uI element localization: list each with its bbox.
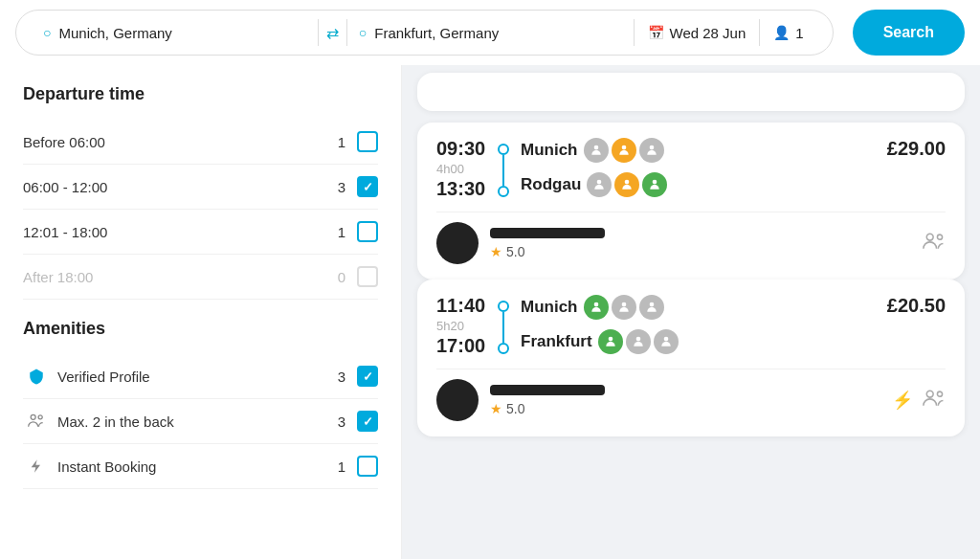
passenger-icon [612,138,636,163]
passenger-icon [584,138,609,163]
cities-col: Munich Rodgau [521,138,876,197]
depart-pax [584,295,664,320]
driver-avatar [436,379,479,421]
filter-count: 1 [330,224,345,240]
amenity-row: Instant Booking1 [23,444,378,489]
svg-point-16 [926,391,933,397]
passenger-icon [614,172,639,197]
driver-details: ★ 5.0 [490,228,911,259]
bottom-dot [498,343,509,354]
route-row: 09:30 4h00 13:30 Munich [436,138,876,200]
trip-card[interactable]: 11:40 5h20 17:00 Munich [417,280,965,436]
filter-label: 06:00 - 12:00 [23,179,330,195]
dot-line [498,295,509,354]
passengers-field[interactable]: 👤 1 [760,25,816,41]
amenity-count: 3 [330,414,345,430]
times-col: 11:40 5h20 17:00 [436,295,486,357]
depart-time: 09:30 [436,138,486,160]
swap-icon[interactable]: ⇄ [319,24,346,42]
amenity-count: 3 [330,369,345,385]
passenger-icon [639,138,664,163]
filter-count: 1 [330,134,345,150]
sidebar: Departure time Before 06:00106:00 - 12:0… [0,65,402,559]
date-value: Wed 28 Jun [670,25,746,41]
arrive-time: 17:00 [436,335,486,357]
times-col: 09:30 4h00 13:30 [436,138,486,200]
rating-value: 5.0 [506,401,524,416]
filter-checkbox[interactable] [357,221,378,242]
svg-point-10 [593,302,598,307]
card-right-icons: ⚡ [892,389,946,412]
svg-point-13 [608,337,612,342]
svg-point-15 [663,337,668,342]
passenger-icon [584,295,609,320]
driver-avatar [436,222,479,264]
trip-card[interactable]: 09:30 4h00 13:30 Munich [417,123,965,280]
destination-field[interactable]: ○ Frankfurt, Germany [347,25,634,41]
trip-info: 11:40 5h20 17:00 Munich [436,295,876,357]
amenity-label: Max. 2 in the back [57,414,330,430]
svg-point-17 [937,391,942,396]
driver-name-redacted [490,228,605,238]
date-field[interactable]: 📅 Wed 28 Jun [635,25,760,41]
card-right-icons [923,232,946,255]
svg-point-8 [926,234,933,240]
departure-filter-row: After 18:000 [23,255,378,300]
passenger-icon [639,295,664,320]
trip-info: 09:30 4h00 13:30 Munich [436,138,876,200]
driver-name-redacted [490,385,605,395]
search-bar: ○ Munich, Germany ⇄ ○ Frankfurt, Germany… [15,10,834,56]
arrive-pax [587,172,667,197]
bottom-dot [498,186,509,197]
departure-filter-row: 12:01 - 18:001 [23,210,378,255]
svg-point-9 [937,235,942,239]
rating-value: 5.0 [506,244,524,259]
depart-pax [584,138,664,163]
duo-icon [923,389,946,412]
passenger-icon [612,295,636,320]
amenity-row: Max. 2 in the back3 [23,399,378,444]
destination-icon: ○ [359,25,367,40]
svg-point-12 [649,302,654,307]
filter-count: 0 [330,269,345,285]
duration: 5h20 [436,319,486,333]
star-icon: ★ [490,401,502,416]
passenger-icon [587,172,612,197]
route-row: 11:40 5h20 17:00 Munich [436,295,876,357]
filter-checkbox[interactable] [357,131,378,152]
price: £29.00 [876,138,946,200]
amenity-count: 1 [330,458,345,475]
departure-time-title: Departure time [23,84,378,104]
passenger-icon [654,329,679,354]
arrive-city-row: Frankfurt [521,329,876,354]
amenity-checkbox[interactable] [357,456,378,477]
svg-point-1 [38,415,42,419]
origin-field[interactable]: ○ Munich, Germany [32,25,318,41]
duration: 4h00 [436,162,486,176]
arrive-city: Frankfurt [521,332,592,351]
origin-value: Munich, Germany [58,25,171,41]
filter-label: Before 06:00 [23,134,330,150]
duo-icon [923,232,946,255]
filter-checkbox[interactable] [357,176,378,197]
amenity-label: Instant Booking [57,458,330,475]
vert-line [502,312,504,343]
filter-checkbox [357,266,378,287]
amenities-title: Amenities [23,319,378,339]
top-dot [498,144,509,155]
card-body: 11:40 5h20 17:00 Munich [436,295,946,357]
search-header: ○ Munich, Germany ⇄ ○ Frankfurt, Germany… [0,0,980,65]
arrive-city-row: Rodgau [521,172,876,197]
depart-city: Munich [521,141,578,160]
people-icon [23,412,50,431]
vert-line [502,155,504,186]
amenity-checkbox[interactable] [357,411,378,432]
arrive-city: Rodgau [521,175,581,194]
cities-col: Munich Frankfurt [521,295,876,354]
dot-line [498,138,509,197]
star-icon: ★ [490,244,502,259]
svg-point-2 [593,145,598,150]
amenity-checkbox[interactable] [357,366,378,387]
filter-label: After 18:00 [23,269,330,285]
search-button[interactable]: Search [853,10,965,56]
